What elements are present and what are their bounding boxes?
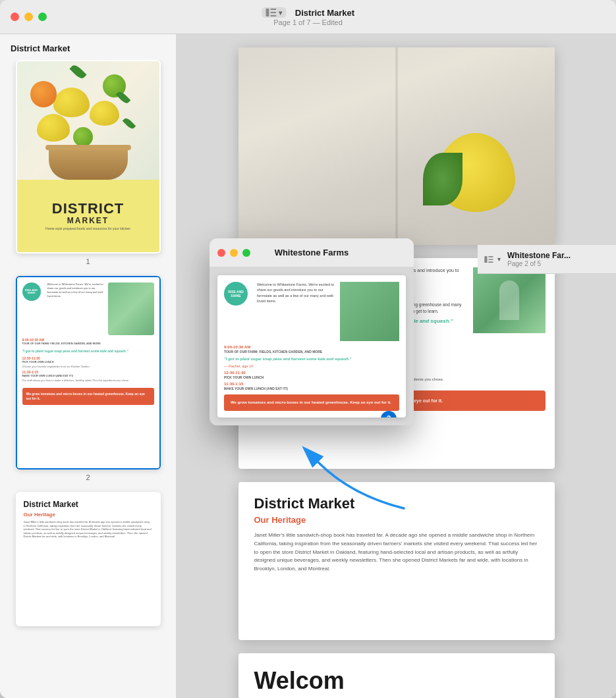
rise-shine-badge: RISE AND SHINE	[22, 282, 41, 301]
leaf-1	[69, 63, 86, 80]
sidebar-page-1-thumb[interactable]: DISTRICT MARKET Home-style prepared food…	[16, 60, 161, 254]
page2-farm-image	[108, 282, 154, 335]
fp-red-footer: We grow tomatoes and micro-boxes in our …	[224, 394, 399, 411]
close-button[interactable]	[11, 13, 19, 21]
fp-time3-detail: PICK YOUR OWN LUNCH	[224, 375, 399, 379]
floating-close[interactable]	[217, 249, 225, 257]
blue-arrow	[298, 443, 430, 524]
svg-rect-7	[488, 261, 493, 263]
quote-text-span: "I got to plant sugar snap peas and harv…	[22, 349, 128, 353]
content-area: District Market	[0, 34, 616, 698]
second-title-bar: ▾ Whitestone Far... Page 2 of 5	[478, 245, 616, 274]
leaf-3	[122, 117, 136, 130]
floating-title-bar: Whitestone Farms	[210, 238, 414, 267]
time3-detail: PICK YOUR OWN LUNCH	[22, 360, 154, 363]
floating-page-doc: RISE AND SHINE Welcome to Whitestone Far…	[217, 275, 406, 417]
canvas-area[interactable]: RISE AND SHINE Welcome to Whitestone Far…	[177, 34, 616, 698]
person-silhouette	[499, 281, 519, 320]
basket	[49, 147, 128, 180]
fp-farm-image	[340, 282, 399, 341]
page-number-1: 1	[86, 257, 90, 265]
market-tagline: Home-style prepared foods and resources …	[45, 227, 130, 230]
page3-preview: District Market Our Heritage Janet Mille…	[17, 493, 159, 625]
farm-image-bg	[473, 267, 546, 333]
maximize-button[interactable]	[38, 13, 47, 21]
fp-time3: 12:30-11:30	[224, 371, 399, 375]
sidebar-page-2-thumb[interactable]: RISE AND SHINE Welcome to Whitestone Far…	[16, 276, 161, 470]
svg-rect-0	[266, 9, 269, 16]
page3-title: District Market	[24, 500, 153, 509]
fp-body-text: Welcome to Whitestone Farms. We're excit…	[257, 282, 335, 304]
second-title-content: Whitestone Far... Page 2 of 5	[507, 251, 571, 267]
floating-page-badge: 2	[381, 411, 397, 417]
second-window-subtitle: Page 2 of 5	[507, 260, 571, 267]
lemon-2	[90, 101, 119, 126]
red-footer-text: We grow tomatoes and micro-boxes in our …	[26, 392, 150, 401]
page2-time1: 9:00-10:30 AM TOUR OF OUR FARM: FIELDS, …	[22, 338, 154, 346]
sidebar-toggle-icon	[266, 9, 276, 16]
sidebar-page-3-thumb[interactable]: District Market Our Heritage Janet Mille…	[16, 492, 161, 626]
sidebar-page-2[interactable]: RISE AND SHINE Welcome to Whitestone Far…	[8, 276, 168, 481]
floating-minimize[interactable]	[230, 249, 238, 257]
svg-rect-6	[488, 259, 493, 260]
fp-red-footer-text: We grow tomatoes and micro-boxes in our …	[231, 400, 393, 406]
page2-welcome-text: Welcome to Whitestone Farms. We're excit…	[45, 282, 104, 298]
fp-quote: "I got to plant sugar snap peas and harv…	[224, 356, 399, 362]
page2-preview: RISE AND SHINE Welcome to Whitestone Far…	[17, 277, 159, 468]
page1-image	[17, 61, 159, 180]
fruit-decoration	[17, 61, 159, 180]
fp-header: RISE AND SHINE Welcome to Whitestone Far…	[224, 282, 399, 341]
title-bar: ▾ District Market Page 1 of 7 — Edited	[0, 0, 616, 34]
svg-rect-4	[484, 256, 487, 263]
second-sidebar-icon	[484, 256, 493, 263]
svg-rect-1	[270, 9, 276, 10]
fp-time4-detail: MAKE YOUR OWN LUNCH (AND EAT IT!)	[224, 387, 399, 390]
second-tb-toggle[interactable]: ▾	[484, 255, 501, 263]
sidebar-page-3[interactable]: District Market Our Heritage Janet Mille…	[8, 492, 168, 626]
main-window: ▾ District Market Page 1 of 7 — Edited D…	[0, 0, 616, 698]
time3-sub: Choose your favorite vegetables from our…	[22, 365, 154, 368]
fp-time1: 9:00-10:30 AM	[224, 345, 399, 349]
fp-farm-image-bg	[340, 282, 399, 341]
third-page-body: Janet Miller's little sandwich-shop book…	[254, 531, 539, 574]
main-page-1-partial[interactable]	[238, 47, 555, 245]
page2-times-lower: 12:30-11:30 PICK YOUR OWN LUNCH Choose y…	[22, 356, 154, 384]
floating-maximize[interactable]	[242, 249, 250, 257]
sidebar-title: District Market	[0, 34, 176, 60]
page1-preview: DISTRICT MARKET Home-style prepared food…	[17, 61, 159, 252]
fp-time1-detail: TOUR OF OUR FARM: FIELDS, KITCHEN GARDEN…	[224, 350, 399, 354]
svg-rect-2	[270, 12, 276, 13]
title-main-row: ▾ District Market	[262, 7, 354, 18]
fp-welcome-col: Welcome to Whitestone Farms. We're excit…	[253, 282, 335, 341]
lemon-3	[37, 114, 70, 142]
basket-rim	[45, 145, 131, 150]
dropdown-arrow-icon: ▾	[279, 9, 282, 16]
fp-time4-block: 11:30-1:15 MAKE YOUR OWN LUNCH (AND EAT …	[224, 382, 399, 390]
sidebar-page-1[interactable]: DISTRICT MARKET Home-style prepared food…	[8, 60, 168, 265]
arrow-svg	[298, 443, 430, 522]
page3-subtitle: Our Heritage	[24, 512, 153, 518]
page3-body: Janet Miller's little sandwich-shop book…	[24, 520, 153, 539]
fp-badge-text: RISE AND SHINE	[224, 290, 248, 298]
page2-body-preview: Welcome to Whitestone Farms. We're excit…	[47, 282, 104, 298]
window-subtitle: Page 1 of 7 — Edited	[273, 18, 343, 26]
sidebar: District Market	[0, 34, 177, 698]
page2-quote: "I got to plant sugar snap peas and harv…	[22, 349, 154, 354]
sidebar-scroll[interactable]: DISTRICT MARKET Home-style prepared food…	[0, 60, 176, 698]
time4-detail: MAKE YOUR OWN LUNCH (AND EAT IT!)	[22, 374, 154, 377]
fp-time4: 11:30-1:15	[224, 382, 399, 386]
page2-red-footer: We grow tomatoes and micro-boxes in our …	[22, 388, 154, 405]
page1-text: DISTRICT MARKET Home-style prepared food…	[17, 180, 159, 252]
district-title: DISTRICT	[52, 201, 124, 216]
fp-time1-block: 9:00-10:30 AM TOUR OF OUR FARM: FIELDS, …	[224, 345, 399, 354]
floating-window[interactable]: Whitestone Farms RISE AND SHINE Welcome …	[210, 238, 414, 425]
lemon-1	[53, 88, 90, 117]
minimize-button[interactable]	[24, 13, 33, 21]
sidebar-toggle-button[interactable]: ▾	[262, 7, 286, 18]
main-leaf-decoration	[423, 153, 462, 205]
page1-center-line	[395, 47, 397, 245]
welcome-text-block: Welcom We're e... and in as well	[254, 666, 539, 698]
fp-time3-block: 12:30-11:30 PICK YOUR OWN LUNCH	[224, 371, 399, 379]
page2-header: RISE AND SHINE Welcome to Whitestone Far…	[22, 282, 154, 335]
main-page-4-partial[interactable]: Welcom We're e... and in as well	[238, 653, 555, 698]
